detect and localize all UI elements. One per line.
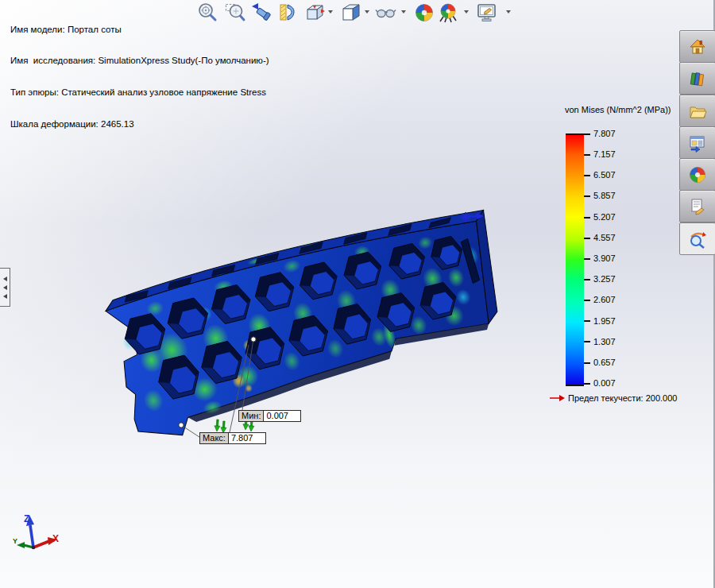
callout-leaders	[179, 337, 256, 437]
task-pane-custom-properties-button[interactable]	[679, 190, 715, 222]
legend-value: 4.557	[593, 233, 616, 242]
model-name-text: Имя модели: Портал соты	[10, 25, 269, 35]
legend-value: 5.207	[593, 212, 616, 222]
min-callout[interactable]: Мин: 0.007	[238, 410, 301, 422]
edit-appearance-icon[interactable]	[413, 2, 435, 24]
task-pane-appearances-button[interactable]	[679, 158, 715, 191]
deformation-scale-text: Шкала деформации: 2465.13	[10, 119, 269, 130]
display-style-icon[interactable]	[340, 2, 362, 24]
legend-value: 3.257	[593, 274, 616, 284]
legend-value: 0.657	[593, 358, 616, 367]
load-arrow	[461, 212, 484, 222]
zoom-to-fit-icon[interactable]	[196, 2, 218, 24]
view-settings-icon[interactable]	[476, 2, 498, 24]
min-label: Мин:	[238, 410, 263, 422]
zoom-to-area-icon[interactable]	[224, 2, 246, 24]
yield-strength-label: Предел текучести: 200.000	[568, 393, 677, 403]
graphics-viewport[interactable]: Z X Y Имя модели: Портал соты Имя исслед…	[0, 0, 715, 588]
legend-color-bar	[566, 133, 584, 386]
legend-value: 1.957	[593, 316, 616, 326]
hide-show-items-dropdown[interactable]	[401, 10, 406, 14]
view-orientation-dropdown[interactable]	[328, 10, 333, 14]
legend-value: 3.907	[593, 253, 616, 263]
task-pane-design-library-button[interactable]	[679, 62, 715, 95]
triad-z-label: Z	[24, 513, 29, 524]
yield-strength-row: Предел текучести: 200.000	[550, 393, 677, 403]
apply-scene-icon[interactable]	[437, 2, 459, 24]
legend-value: 2.607	[593, 295, 616, 304]
study-name-text: Имя исследования: SimulationXpress Study…	[10, 56, 269, 66]
collapse-arrow-icon	[3, 294, 7, 299]
section-view-icon[interactable]	[276, 2, 299, 24]
previous-view-icon[interactable]	[250, 2, 272, 24]
task-pane-home-button[interactable]	[679, 30, 715, 63]
display-style-dropdown[interactable]	[365, 10, 369, 14]
task-pane-analysis-advisor-button[interactable]	[679, 222, 715, 255]
view-orientation-icon[interactable]	[303, 2, 326, 24]
honeycomb-beam-model	[102, 201, 519, 447]
legend-value: 7.157	[593, 149, 616, 159]
yield-arrow-icon	[550, 394, 565, 402]
max-callout[interactable]: Макс: 7.807	[199, 432, 266, 444]
legend-value: 7.807	[593, 129, 616, 138]
max-label: Макс:	[199, 432, 228, 444]
view-settings-dropdown[interactable]	[506, 10, 511, 14]
legend-value: 0.007	[593, 378, 616, 388]
triad-y-label: Y	[13, 537, 17, 545]
triad-x-label: X	[52, 533, 59, 544]
stress-legend[interactable]: von Mises (N/mm^2 (MPa)) 7.807 7.157 6.5…	[550, 105, 691, 416]
feature-panel-collapse-tab[interactable]	[0, 268, 10, 307]
legend-value: 6.507	[593, 170, 616, 180]
legend-title: von Mises (N/mm^2 (MPa))	[565, 105, 671, 114]
heads-up-toolbar	[0, 0, 556, 25]
apply-scene-dropdown[interactable]	[464, 10, 469, 14]
reference-triad[interactable]: Z X Y	[13, 513, 59, 549]
plot-type-text: Тип эпюры: Статический анализ узловое на…	[10, 87, 269, 98]
legend-value: 1.307	[593, 337, 616, 346]
legend-value: 5.857	[593, 191, 616, 200]
collapse-arrow-icon	[3, 277, 7, 281]
task-pane-file-explorer-button[interactable]	[679, 95, 715, 127]
collapse-arrow-icon	[3, 285, 7, 290]
min-value: 0.007	[263, 410, 301, 422]
hide-show-items-icon[interactable]	[374, 2, 396, 24]
max-value: 7.807	[228, 432, 266, 444]
task-pane-view-palette-button[interactable]	[679, 126, 715, 159]
